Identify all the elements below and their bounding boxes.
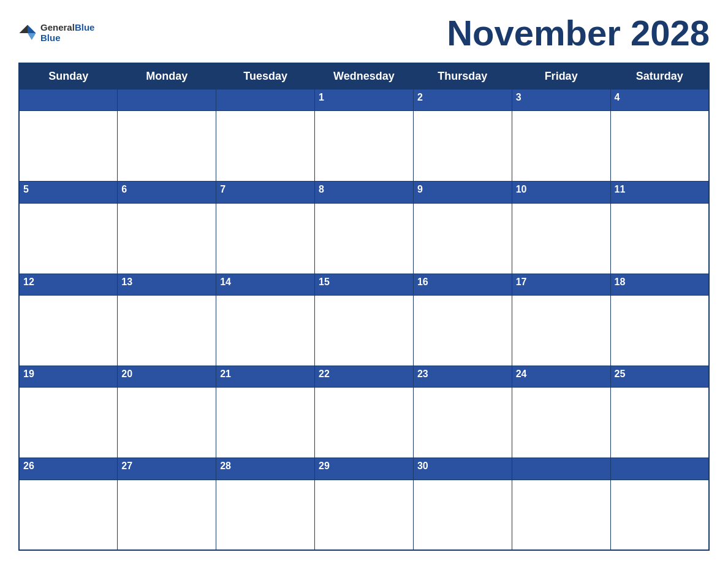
svg-marker-0 [28, 25, 36, 33]
w5-sun-content [19, 480, 118, 550]
w1-sun-date [19, 90, 118, 111]
svg-marker-2 [20, 25, 28, 33]
w5-tue-content [216, 480, 315, 550]
w2-wed-date: 8 [315, 182, 414, 203]
w4-fri-content [512, 388, 610, 458]
w3-fri-content [512, 295, 610, 366]
header-saturday: Saturday [610, 63, 709, 90]
w3-mon-content [118, 295, 216, 366]
header-thursday: Thursday [413, 63, 512, 90]
w5-fri-date [512, 458, 610, 480]
w3-fri-date: 17 [512, 274, 610, 295]
w4-wed-content [315, 388, 414, 458]
week2-content-row [19, 203, 709, 274]
w5-thu-content [413, 480, 512, 550]
logo-general: GeneralBlue [40, 23, 94, 33]
w1-tue-content [216, 111, 315, 182]
svg-marker-1 [28, 33, 36, 40]
logo-text: GeneralBlue Blue [40, 23, 94, 43]
w3-tue-content [216, 295, 315, 366]
w3-sat-date: 18 [610, 274, 709, 295]
w3-tue-date: 14 [216, 274, 315, 295]
w3-wed-date: 15 [315, 274, 414, 295]
w5-thu-date: 30 [413, 458, 512, 480]
header-wednesday: Wednesday [315, 63, 414, 90]
w3-sun-date: 12 [19, 274, 118, 295]
week4-content-row [19, 388, 709, 458]
w1-thu-content [413, 111, 512, 182]
week5-date-row: 26 27 28 29 30 [19, 458, 709, 480]
header-monday: Monday [118, 63, 216, 90]
w4-tue-content [216, 388, 315, 458]
w3-sat-content [610, 295, 709, 366]
w1-mon-content [118, 111, 216, 182]
logo: GeneralBlue Blue [18, 23, 94, 43]
w3-sun-content [19, 295, 118, 366]
w4-wed-date: 22 [315, 366, 414, 387]
w5-mon-content [118, 480, 216, 550]
week1-date-row: 1 2 3 4 [19, 90, 709, 111]
w4-mon-content [118, 388, 216, 458]
w5-wed-content [315, 480, 414, 550]
w2-sun-date: 5 [19, 182, 118, 203]
week1-content-row [19, 111, 709, 182]
w4-sun-date: 19 [19, 366, 118, 387]
w1-wed-date: 1 [315, 90, 414, 111]
w2-wed-content [315, 203, 414, 274]
week5-content-row [19, 480, 709, 550]
w5-sat-date [610, 458, 709, 480]
day-headers-row: Sunday Monday Tuesday Wednesday Thursday… [19, 63, 709, 90]
week2-date-row: 5 6 7 8 9 10 11 [19, 182, 709, 203]
w2-sun-content [19, 203, 118, 274]
w4-tue-date: 21 [216, 366, 315, 387]
w1-thu-date: 2 [413, 90, 512, 111]
w3-thu-date: 16 [413, 274, 512, 295]
week3-date-row: 12 13 14 15 16 17 18 [19, 274, 709, 295]
w5-mon-date: 27 [118, 458, 216, 480]
week4-date-row: 19 20 21 22 23 24 25 [19, 366, 709, 387]
w4-sun-content [19, 388, 118, 458]
w1-sat-content [610, 111, 709, 182]
w3-mon-date: 13 [118, 274, 216, 295]
w2-mon-date: 6 [118, 182, 216, 203]
w1-fri-date: 3 [512, 90, 610, 111]
w5-tue-date: 28 [216, 458, 315, 480]
week3-content-row [19, 295, 709, 366]
header-friday: Friday [512, 63, 610, 90]
w2-tue-date: 7 [216, 182, 315, 203]
w2-sat-date: 11 [610, 182, 709, 203]
w4-fri-date: 24 [512, 366, 610, 387]
w4-sat-date: 25 [610, 366, 709, 387]
logo-icon [18, 24, 37, 42]
w3-thu-content [413, 295, 512, 366]
w5-sat-content [610, 480, 709, 550]
w2-fri-content [512, 203, 610, 274]
header-tuesday: Tuesday [216, 63, 315, 90]
w1-wed-content [315, 111, 414, 182]
w2-mon-content [118, 203, 216, 274]
w2-thu-content [413, 203, 512, 274]
w3-wed-content [315, 295, 414, 366]
w2-tue-content [216, 203, 315, 274]
w5-wed-date: 29 [315, 458, 414, 480]
w1-sat-date: 4 [610, 90, 709, 111]
w4-mon-date: 20 [118, 366, 216, 387]
w1-fri-content [512, 111, 610, 182]
header-sunday: Sunday [19, 63, 118, 90]
logo-blue-text: Blue [40, 33, 94, 44]
w1-mon-date [118, 90, 216, 111]
w5-sun-date: 26 [19, 458, 118, 480]
w4-sat-content [610, 388, 709, 458]
w4-thu-date: 23 [413, 366, 512, 387]
w2-fri-date: 10 [512, 182, 610, 203]
w4-thu-content [413, 388, 512, 458]
calendar-table: Sunday Monday Tuesday Wednesday Thursday… [18, 63, 710, 551]
w2-thu-date: 9 [413, 182, 512, 203]
month-title: November 2028 [447, 12, 710, 53]
w1-sun-content [19, 111, 118, 182]
w1-tue-date [216, 90, 315, 111]
w5-fri-content [512, 480, 610, 550]
page-header: GeneralBlue Blue November 2028 [18, 12, 710, 53]
w2-sat-content [610, 203, 709, 274]
